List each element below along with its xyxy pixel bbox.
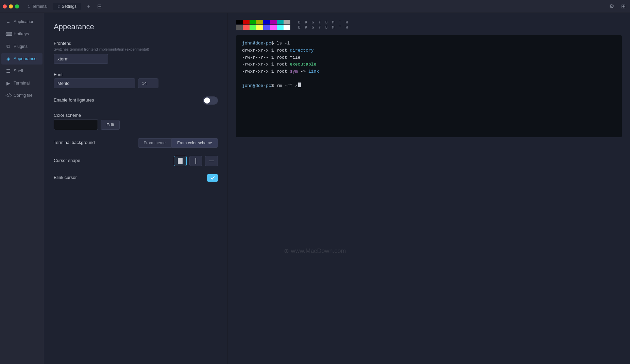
tab-settings[interactable]: 2 Settings — [53, 3, 81, 10]
frontend-setting: Frontend Switches terminal frontend impl… — [54, 41, 218, 64]
maximize-button[interactable] — [15, 4, 19, 8]
watermark: ⊕ www.MacDown.com — [284, 247, 346, 255]
cursor-underline-button[interactable] — [205, 156, 218, 166]
font-ligatures-control: Enable font ligatures — [54, 96, 218, 105]
tab-actions: + ⊟ — [85, 2, 104, 11]
color-scheme-swatch — [54, 119, 98, 130]
link-1: link — [308, 68, 319, 75]
split-tab-button[interactable]: ⊟ — [96, 2, 104, 11]
color-scheme-setting: Color scheme Edit — [54, 113, 218, 130]
file-3: -rwxr-xr-x 1 root — [242, 61, 290, 68]
sidebar-item-terminal[interactable]: ▶ Terminal — [1, 77, 42, 89]
palette-cell — [250, 25, 256, 30]
palette-cell — [263, 25, 270, 30]
font-ligatures-toggle[interactable] — [203, 96, 218, 105]
cursor-shape-buttons — [174, 156, 218, 166]
frontend-sublabel: Switches terminal frontend implementatio… — [54, 47, 218, 51]
page-title: Appearance — [54, 22, 218, 31]
grid-icon[interactable]: ⊞ — [619, 2, 627, 11]
palette-cell — [243, 20, 250, 24]
sidebar-item-application-label: Application — [14, 19, 34, 24]
cursor-block-button[interactable] — [174, 156, 187, 166]
sidebar-item-plugins-label: Plugins — [14, 44, 28, 49]
font-size-input[interactable] — [138, 78, 158, 88]
palette-row-top — [236, 20, 290, 24]
palette-cell — [256, 20, 263, 24]
palette-cell — [277, 25, 284, 30]
sidebar-item-config-file[interactable]: </> Config file — [1, 90, 42, 101]
palette-cell — [243, 25, 250, 30]
tab-terminal[interactable]: 1 Terminal — [23, 3, 52, 10]
edit-color-scheme-button[interactable]: Edit — [101, 120, 120, 130]
sidebar-item-appearance[interactable]: ◈ Appearance — [1, 53, 42, 65]
checkmark-icon — [210, 175, 215, 181]
palette-cell — [236, 25, 243, 30]
font-label: Font — [54, 72, 218, 77]
terminal-line-2: drwxr-xr-x 1 root directory — [242, 47, 616, 54]
terminal-line-5: -rwxr-xr-x 1 root sym -> link — [242, 68, 616, 75]
cursor-shape-setting: Cursor shape — [54, 156, 218, 166]
content-area: Appearance Frontend Switches terminal fr… — [44, 13, 630, 364]
sidebar-item-shell[interactable]: ☰ Shell — [1, 65, 42, 77]
terminal-line-3: -rw-r--r-- 1 root file — [242, 54, 616, 61]
sidebar-item-hotkeys-label: Hotkeys — [14, 32, 29, 36]
settings-icon[interactable]: ⚙ — [608, 2, 616, 11]
sidebar-item-terminal-label: Terminal — [14, 81, 30, 86]
application-icon: ≡ — [5, 19, 11, 24]
settings-panel: Appearance Frontend Switches terminal fr… — [44, 13, 228, 364]
preview-area: B R G Y B M T W B R G Y B — [228, 13, 630, 364]
palette-swatches — [236, 20, 290, 30]
color-scheme-control: Edit — [54, 119, 218, 130]
cmd-1: $ ls -l — [271, 40, 290, 47]
palette-cell — [250, 20, 256, 24]
close-button[interactable] — [3, 4, 7, 8]
sym-1: sym — [290, 68, 297, 75]
sidebar-item-plugins[interactable]: ⧉ Plugins — [1, 40, 42, 52]
window-controls — [3, 4, 19, 8]
tab-bar: 1 Terminal 2 Settings + ⊟ — [23, 2, 608, 11]
cursor-shape-label: Cursor shape — [54, 158, 174, 163]
hotkeys-icon: ⌨ — [5, 31, 11, 37]
palette-cell — [284, 25, 290, 30]
config-icon: </> — [5, 93, 11, 98]
sidebar-item-application[interactable]: ≡ Application — [1, 16, 42, 28]
sidebar-item-hotkeys[interactable]: ⌨ Hotkeys — [1, 28, 42, 40]
from-color-scheme-button[interactable]: From color scheme — [171, 138, 218, 148]
font-ligatures-toggle-wrap — [203, 96, 218, 105]
palette-labels-top: B R G Y B M T W — [296, 20, 350, 24]
cursor-underline-icon — [209, 161, 214, 161]
add-tab-button[interactable]: + — [85, 2, 93, 11]
dir-1: directory — [290, 47, 313, 54]
frontend-input[interactable] — [54, 54, 108, 64]
main-layout: ≡ Application ⌨ Hotkeys ⧉ Plugins ◈ Appe… — [0, 13, 630, 364]
file-4: -rwxr-xr-x 1 root — [242, 68, 290, 75]
frontend-label: Frontend — [54, 41, 218, 46]
blink-cursor-checkbox[interactable] — [207, 174, 218, 182]
palette-cell — [236, 20, 243, 24]
plugins-icon: ⧉ — [5, 43, 11, 49]
font-name-input[interactable] — [54, 78, 135, 88]
font-setting: Font — [54, 72, 218, 88]
palette-cell — [270, 20, 277, 24]
terminal-line-6 — [242, 75, 616, 83]
sidebar-item-config-label: Config file — [14, 93, 33, 98]
exec-1: executable — [290, 61, 316, 68]
terminal-preview: john@doe-pc$ ls -l drwxr-xr-x 1 root dir… — [236, 35, 622, 137]
from-theme-button[interactable]: From theme — [138, 138, 172, 148]
blink-cursor-setting: Blink cursor — [54, 174, 218, 182]
blink-cursor-label: Blink cursor — [54, 175, 207, 180]
frontend-control — [54, 54, 218, 64]
minimize-button[interactable] — [9, 4, 13, 8]
prompt-2: john@doe-pc — [242, 83, 271, 90]
terminal-background-label: Terminal background — [54, 140, 138, 145]
palette-cell — [277, 20, 284, 24]
shell-icon: ☰ — [5, 68, 11, 74]
font-ligatures-setting: Enable font ligatures — [54, 96, 218, 105]
cursor-ibeam-button[interactable] — [189, 156, 202, 166]
cursor-ibeam-icon — [195, 158, 196, 164]
cursor-block-icon — [178, 158, 183, 164]
terminal-line-1: john@doe-pc$ ls -l — [242, 40, 616, 47]
color-scheme-label: Color scheme — [54, 113, 218, 118]
arrow-1: -> — [298, 68, 308, 75]
titlebar: 1 Terminal 2 Settings + ⊟ ⚙ ⊞ — [0, 0, 630, 13]
